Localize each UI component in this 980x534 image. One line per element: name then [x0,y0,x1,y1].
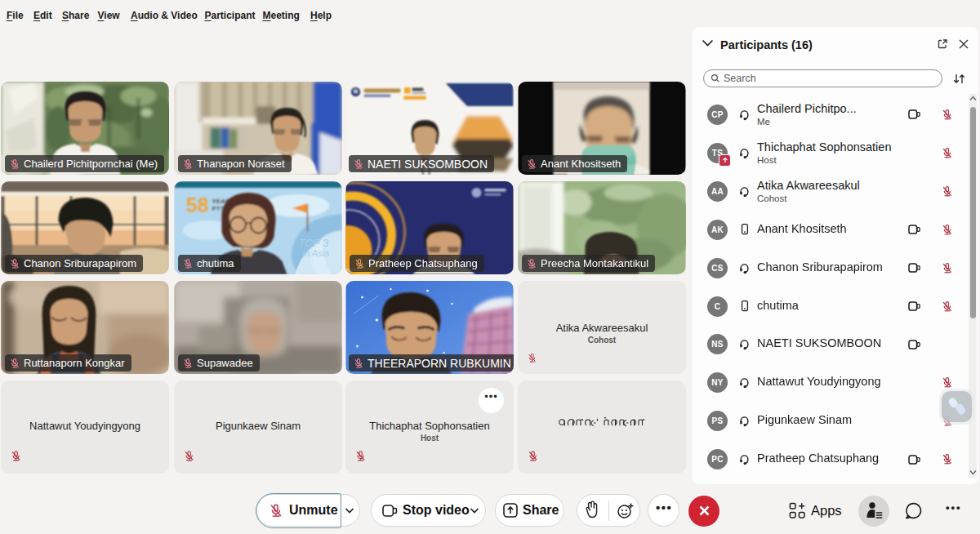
svg-text:58: 58 [186,194,209,216]
svg-text:TOP 3: TOP 3 [299,237,330,249]
svg-text:in Asia: in Asia [303,248,330,258]
